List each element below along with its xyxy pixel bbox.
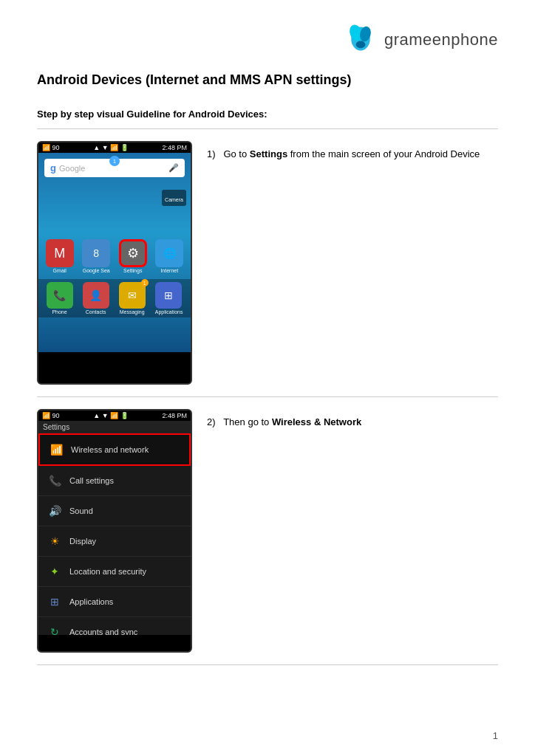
step-1-content: 1) Go to Settings from the main screen o… xyxy=(207,141,498,162)
step-2-number: 2) xyxy=(207,416,216,427)
app-google-search[interactable]: 8 Google Sea xyxy=(82,239,110,273)
phone-icon: 📞 xyxy=(47,282,73,309)
settings-sound-item[interactable]: 🔊 Sound xyxy=(38,496,191,526)
phone-label: Phone xyxy=(47,309,73,315)
google-search-icon: 8 xyxy=(82,239,110,267)
display-icon: ☀ xyxy=(46,532,64,550)
dock-messaging[interactable]: ✉ 1 Messaging xyxy=(119,282,146,315)
status-time-2: 2:48 PM xyxy=(162,412,187,419)
step-1-bold: Settings xyxy=(250,148,287,159)
internet-label: Internet xyxy=(155,268,183,273)
page-number: 1 xyxy=(493,730,498,741)
step-2-bold: Wireless & Network xyxy=(272,416,361,427)
search-left: g Google xyxy=(50,162,85,173)
wifi-icon: 📶 xyxy=(47,441,65,458)
sound-label: Sound xyxy=(69,506,93,515)
display-label: Display xyxy=(69,537,96,546)
status-icons: ▲ ▼ 📶 🔋 xyxy=(93,144,128,151)
settings-accounts-item[interactable]: ↻ Accounts and sync xyxy=(38,617,191,635)
wireless-label: Wireless and network xyxy=(71,445,149,454)
grameenphone-logo-icon xyxy=(343,22,378,58)
home-screen-bg: 1 g Google 🎤 Camera M Gmail xyxy=(38,153,191,352)
gmail-icon: M xyxy=(46,239,74,267)
step-1-number: 1) xyxy=(207,148,216,159)
apps-row: M Gmail 8 Google Sea ⚙ Settings 🌐 Intern… xyxy=(38,236,191,276)
step-2-content: 2) Then go to Wireless & Network xyxy=(207,409,498,430)
dock-applications[interactable]: ⊞ Applications xyxy=(155,282,183,315)
location-label: Location and security xyxy=(69,567,146,576)
accounts-icon: ↻ xyxy=(46,623,64,635)
step-2-block: 📶 90 ▲ ▼ 📶 🔋 2:48 PM Settings 📶 Wireless… xyxy=(37,397,498,665)
page-title: Android Devices (Internet and MMS APN se… xyxy=(37,72,498,88)
status-time-1: 2:48 PM xyxy=(162,144,187,151)
dock-contacts[interactable]: 👤 Contacts xyxy=(83,282,109,315)
step-2-prefix: Then go to xyxy=(223,416,272,427)
messaging-icon: ✉ 1 xyxy=(119,282,146,309)
status-bar-2: 📶 90 ▲ ▼ 📶 🔋 2:48 PM xyxy=(38,410,191,421)
step-2-text: 2) Then go to Wireless & Network xyxy=(207,415,498,430)
step-1-block: 📶 90 ▲ ▼ 📶 🔋 2:48 PM 1 g Google 🎤 Camera xyxy=(37,129,498,397)
phone-screen-2: 📶 90 ▲ ▼ 📶 🔋 2:48 PM Settings 📶 Wireless… xyxy=(37,409,192,653)
status-bar-1: 📶 90 ▲ ▼ 📶 🔋 2:48 PM xyxy=(38,142,191,153)
settings-title-bar: Settings xyxy=(38,421,191,433)
app-settings[interactable]: ⚙ Settings xyxy=(119,239,147,273)
settings-icon: ⚙ xyxy=(119,239,147,267)
gmail-label: Gmail xyxy=(46,268,74,273)
applications-icon: ⊞ xyxy=(155,282,182,309)
search-placeholder: Google xyxy=(59,164,85,173)
step-1-prefix: Go to xyxy=(223,148,249,159)
settings-location-item[interactable]: ✦ Location and security xyxy=(38,557,191,587)
call-settings-icon: 📞 xyxy=(46,472,64,489)
applications-label: Applications xyxy=(155,309,183,315)
settings-display-item[interactable]: ☀ Display xyxy=(38,526,191,557)
google-g-icon: g xyxy=(50,162,56,173)
status-icons-2: ▲ ▼ 📶 🔋 xyxy=(93,412,128,419)
camera-shortcut: Camera xyxy=(162,190,186,206)
step-1-text: 1) Go to Settings from the main screen o… xyxy=(207,147,498,162)
notification-badge: 1 xyxy=(141,279,149,286)
app-internet[interactable]: 🌐 Internet xyxy=(155,239,183,273)
settings-call-item[interactable]: 📞 Call settings xyxy=(38,466,191,496)
settings-screen-title: Settings xyxy=(43,423,69,431)
camera-label: Camera xyxy=(165,197,183,202)
settings-label: Settings xyxy=(119,268,147,273)
contacts-label: Contacts xyxy=(83,309,109,315)
logo-text: grameenphone xyxy=(384,30,498,49)
internet-icon: 🌐 xyxy=(155,239,183,267)
bottom-dock: 📞 Phone 👤 Contacts ✉ 1 Messaging ⊞ App xyxy=(38,279,191,317)
dock-phone[interactable]: 📞 Phone xyxy=(47,282,73,315)
section-title: Step by step visual Guideline for Androi… xyxy=(37,109,498,120)
messaging-label: Messaging xyxy=(119,309,146,315)
app-gmail[interactable]: M Gmail xyxy=(46,239,74,273)
mic-icon: 🎤 xyxy=(168,163,179,173)
accounts-label: Accounts and sync xyxy=(69,628,137,635)
svg-point-3 xyxy=(356,41,366,49)
header: grameenphone xyxy=(37,22,498,58)
status-signal: 📶 90 xyxy=(42,144,60,151)
apps-settings-label: Applications xyxy=(69,597,113,606)
apps-settings-icon: ⊞ xyxy=(46,593,64,611)
sound-icon: 🔊 xyxy=(46,502,64,520)
status-signal-2: 📶 90 xyxy=(42,412,60,419)
google-search-label: Google Sea xyxy=(82,268,110,273)
settings-screen: Settings 📶 Wireless and network 📞 Call s… xyxy=(38,421,191,635)
contacts-icon: 👤 xyxy=(83,282,109,309)
settings-wireless-item[interactable]: 📶 Wireless and network xyxy=(38,433,191,466)
location-icon: ✦ xyxy=(46,563,64,580)
settings-apps-item[interactable]: ⊞ Applications xyxy=(38,587,191,617)
step-1-suffix: from the main screen of your Android Dev… xyxy=(287,148,480,159)
notification-dot: 1 xyxy=(109,156,120,166)
call-settings-label: Call settings xyxy=(69,476,114,485)
phone-screen-1: 📶 90 ▲ ▼ 📶 🔋 2:48 PM 1 g Google 🎤 Camera xyxy=(37,141,192,385)
logo: grameenphone xyxy=(343,22,498,58)
